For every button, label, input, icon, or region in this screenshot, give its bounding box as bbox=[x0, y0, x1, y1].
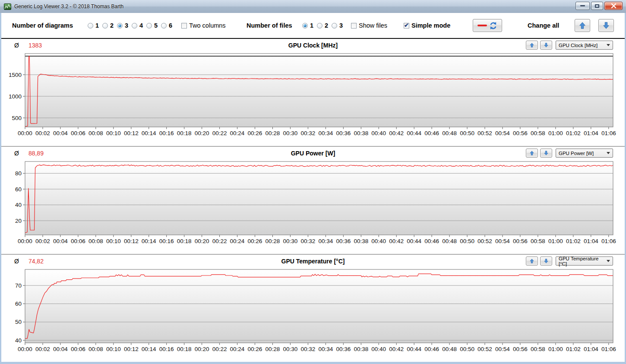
svg-text:01:04: 01:04 bbox=[584, 130, 598, 136]
svg-text:01:06: 01:06 bbox=[601, 238, 616, 244]
diagrams-radio-2[interactable]: 2 bbox=[102, 22, 114, 29]
change-all-up-button[interactable] bbox=[575, 19, 590, 32]
svg-text:70: 70 bbox=[15, 282, 22, 289]
move-chart-up-button[interactable] bbox=[526, 149, 538, 158]
chart-panel-gpu-clock: Ø 1383 GPU Clock [MHz] GPU Clock [MHz] 5… bbox=[1, 39, 625, 146]
move-chart-up-button[interactable] bbox=[526, 41, 538, 50]
move-chart-down-button[interactable] bbox=[540, 149, 552, 158]
minimize-button[interactable] bbox=[575, 2, 590, 10]
svg-text:01:04: 01:04 bbox=[584, 346, 598, 352]
signal-select[interactable]: GPU Power [W] bbox=[556, 149, 613, 158]
arrow-down-icon bbox=[544, 258, 549, 264]
svg-text:01:04: 01:04 bbox=[584, 238, 598, 244]
maximize-button[interactable] bbox=[591, 2, 603, 10]
svg-text:00:02: 00:02 bbox=[35, 130, 50, 136]
line-chart: 2040608000:0000:0200:0400:0600:0800:1000… bbox=[1, 160, 625, 254]
svg-text:00:38: 00:38 bbox=[354, 346, 368, 352]
svg-text:00:20: 00:20 bbox=[195, 346, 209, 352]
arrow-up-icon bbox=[529, 258, 534, 264]
toolbar: Number of diagrams 1 2 3 4 5 6 Two colum… bbox=[1, 13, 625, 38]
chart-title: GPU Power [W] bbox=[291, 150, 335, 157]
red-dash-icon bbox=[477, 25, 487, 26]
svg-text:00:32: 00:32 bbox=[301, 130, 316, 136]
minimize-icon bbox=[580, 5, 585, 6]
svg-text:00:16: 00:16 bbox=[159, 346, 174, 352]
diagrams-radio-3[interactable]: 3 bbox=[117, 22, 128, 29]
diagrams-radio-4[interactable]: 4 bbox=[132, 22, 143, 29]
files-label: Number of files bbox=[247, 22, 292, 29]
svg-text:00:26: 00:26 bbox=[248, 346, 262, 352]
arrow-down-icon bbox=[544, 150, 549, 156]
average-symbol: Ø bbox=[14, 258, 19, 265]
svg-text:00:44: 00:44 bbox=[407, 346, 421, 352]
files-radio-3[interactable]: 3 bbox=[332, 22, 343, 29]
svg-text:00:54: 00:54 bbox=[495, 238, 510, 244]
svg-text:00:40: 00:40 bbox=[371, 130, 386, 136]
svg-text:01:02: 01:02 bbox=[566, 130, 581, 136]
svg-text:01:02: 01:02 bbox=[566, 346, 581, 352]
svg-text:1000: 1000 bbox=[9, 93, 22, 100]
close-icon bbox=[611, 3, 617, 8]
simple-mode-checkbox[interactable]: Simple mode bbox=[404, 22, 450, 29]
move-chart-down-button[interactable] bbox=[540, 41, 552, 50]
diagrams-radio-6[interactable]: 6 bbox=[161, 22, 172, 29]
svg-text:00:24: 00:24 bbox=[230, 238, 245, 244]
svg-text:00:06: 00:06 bbox=[71, 346, 85, 352]
chart-panel-gpu-power: Ø 88,89 GPU Power [W] GPU Power [W] 2040… bbox=[1, 147, 625, 254]
svg-text:01:06: 01:06 bbox=[601, 346, 616, 352]
svg-text:00:46: 00:46 bbox=[424, 130, 439, 136]
svg-text:00:28: 00:28 bbox=[266, 130, 280, 136]
average-value: 1383 bbox=[28, 42, 42, 49]
svg-text:00:50: 00:50 bbox=[460, 238, 474, 244]
svg-text:00:26: 00:26 bbox=[248, 238, 262, 244]
svg-text:00:22: 00:22 bbox=[212, 346, 227, 352]
svg-text:00:52: 00:52 bbox=[477, 238, 492, 244]
svg-text:00:58: 00:58 bbox=[531, 346, 545, 352]
svg-text:00:08: 00:08 bbox=[89, 346, 103, 352]
arrow-down-icon bbox=[602, 22, 610, 29]
svg-text:00:36: 00:36 bbox=[336, 238, 351, 244]
svg-text:00:48: 00:48 bbox=[442, 238, 457, 244]
svg-text:40: 40 bbox=[15, 337, 22, 344]
svg-text:00:14: 00:14 bbox=[142, 238, 156, 244]
average-value: 74,82 bbox=[28, 258, 44, 265]
svg-text:00:34: 00:34 bbox=[319, 346, 333, 352]
signal-select[interactable]: GPU Clock [MHz] bbox=[556, 41, 613, 50]
svg-text:00:12: 00:12 bbox=[124, 130, 139, 136]
diagrams-radio-5[interactable]: 5 bbox=[146, 22, 158, 29]
files-radio-2[interactable]: 2 bbox=[317, 22, 328, 29]
svg-text:00:56: 00:56 bbox=[513, 346, 528, 352]
svg-text:00:16: 00:16 bbox=[159, 130, 174, 136]
svg-text:00:12: 00:12 bbox=[124, 346, 139, 352]
show-files-checkbox[interactable]: Show files bbox=[351, 22, 387, 29]
svg-text:01:06: 01:06 bbox=[601, 130, 616, 136]
change-all-down-button[interactable] bbox=[598, 19, 614, 32]
svg-text:00:22: 00:22 bbox=[212, 130, 227, 136]
svg-text:00:02: 00:02 bbox=[35, 238, 50, 244]
svg-text:00:24: 00:24 bbox=[230, 130, 245, 136]
average-value: 88,89 bbox=[28, 150, 44, 157]
arrow-up-icon bbox=[529, 42, 534, 48]
svg-text:00:06: 00:06 bbox=[71, 130, 85, 136]
svg-text:00:00: 00:00 bbox=[18, 346, 32, 352]
svg-text:00:18: 00:18 bbox=[177, 238, 192, 244]
svg-text:00:26: 00:26 bbox=[248, 130, 262, 136]
svg-text:00:30: 00:30 bbox=[283, 238, 298, 244]
reset-zoom-button[interactable] bbox=[473, 19, 502, 32]
move-chart-up-button[interactable] bbox=[526, 256, 538, 266]
two-columns-checkbox[interactable]: Two columns bbox=[181, 22, 226, 29]
move-chart-down-button[interactable] bbox=[540, 256, 552, 266]
svg-text:00:30: 00:30 bbox=[283, 130, 298, 136]
svg-text:00:56: 00:56 bbox=[513, 130, 528, 136]
title-bar: Generic Log Viewer 3.2 - © 2018 Thomas B… bbox=[0, 0, 626, 13]
chevron-down-icon bbox=[607, 260, 610, 262]
signal-select[interactable]: GPU Temperature [°C] bbox=[556, 256, 613, 266]
diagrams-radio-1[interactable]: 1 bbox=[88, 22, 99, 29]
svg-text:00:00: 00:00 bbox=[18, 238, 32, 244]
average-symbol: Ø bbox=[14, 42, 19, 49]
arrow-down-icon bbox=[544, 42, 549, 48]
svg-text:00:58: 00:58 bbox=[531, 238, 545, 244]
files-radio-1[interactable]: 1 bbox=[302, 22, 313, 29]
svg-text:00:50: 00:50 bbox=[460, 346, 474, 352]
close-button[interactable] bbox=[604, 2, 623, 10]
